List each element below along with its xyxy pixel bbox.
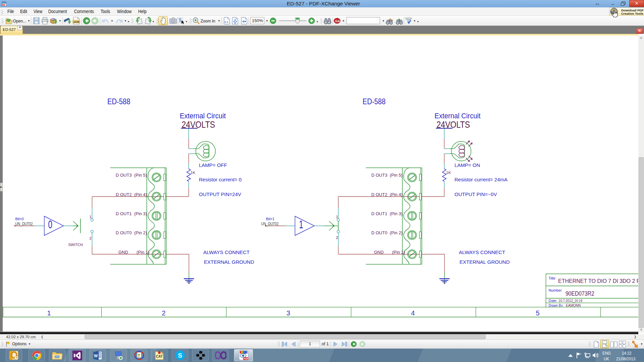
svg-text:90ED073R2: 90ED073R2 bbox=[566, 290, 594, 297]
svg-text:1: 1 bbox=[299, 218, 303, 230]
svg-text:CAT: CAT bbox=[156, 355, 163, 358]
svg-text:ALWAYS CONNECT: ALWAYS CONNECT bbox=[203, 249, 250, 255]
svg-text:T: T bbox=[178, 18, 182, 23]
svg-text:EXTERNAL GROUND: EXTERNAL GROUND bbox=[460, 259, 510, 265]
svg-text:OUTPUT PIN=~0V: OUTPUT PIN=~0V bbox=[454, 191, 497, 197]
svg-text:UN_OUT02: UN_OUT02 bbox=[15, 221, 33, 226]
svg-text:External Circuit: External Circuit bbox=[180, 112, 226, 120]
svg-text:Number: Number bbox=[549, 288, 562, 292]
svg-text:2: 2 bbox=[162, 309, 165, 317]
svg-text:2: 2 bbox=[336, 236, 338, 240]
svg-text:LAMP= OFF: LAMP= OFF bbox=[199, 162, 227, 168]
svg-text:1K: 1K bbox=[446, 171, 451, 175]
svg-text:1: 1 bbox=[336, 215, 338, 219]
svg-text:EAMONN: EAMONN bbox=[566, 303, 581, 307]
svg-text:GND: GND bbox=[374, 250, 384, 255]
svg-text:(Pin 1): (Pin 1) bbox=[392, 250, 405, 255]
svg-text:(Pin 1): (Pin 1) bbox=[137, 250, 149, 255]
svg-text:Bit=0: Bit=0 bbox=[15, 217, 24, 221]
svg-text:ED-588: ED-588 bbox=[107, 97, 130, 106]
svg-text:Ask: Ask bbox=[334, 19, 340, 23]
svg-text:D OUT1 (Pin 3): D OUT1 (Pin 3) bbox=[371, 211, 402, 216]
svg-text:ETHERNET TO DIO 7 DI 3DO 2 POR: ETHERNET TO DIO 7 DI 3DO 2 PORT RS4 bbox=[558, 278, 644, 284]
svg-text:Date:: Date: bbox=[549, 299, 557, 303]
svg-text:D OUT1 (Pin 3): D OUT1 (Pin 3) bbox=[116, 211, 147, 216]
svg-text:GND: GND bbox=[118, 250, 128, 255]
svg-text:1: 1 bbox=[90, 215, 92, 219]
svg-text:D OUT3 (Pin 5): D OUT3 (Pin 5) bbox=[116, 173, 147, 178]
svg-text:2: 2 bbox=[90, 236, 92, 240]
svg-text:OUTPUT PIN=24V: OUTPUT PIN=24V bbox=[199, 191, 241, 197]
svg-text:Title: Title bbox=[549, 276, 555, 280]
svg-text:Drawn By:: Drawn By: bbox=[549, 303, 564, 307]
svg-text:PDF: PDF bbox=[2, 4, 5, 6]
svg-text:EXTERNAL GROUND: EXTERNAL GROUND bbox=[204, 259, 254, 265]
svg-text:D OUT0 (Pin 2): D OUT0 (Pin 2) bbox=[116, 230, 147, 235]
svg-text:Resistor current= 24mA: Resistor current= 24mA bbox=[454, 177, 507, 182]
svg-text:UN_OUT02: UN_OUT02 bbox=[261, 221, 279, 226]
svg-text:?: ? bbox=[138, 353, 140, 358]
svg-text:D OUT0 (Pin 2): D OUT0 (Pin 2) bbox=[371, 230, 402, 235]
svg-text:3: 3 bbox=[286, 309, 290, 317]
svg-text:ALWAYS CONNECT: ALWAYS CONNECT bbox=[459, 249, 505, 255]
svg-text:External Circuit: External Circuit bbox=[435, 112, 481, 120]
svg-text:5: 5 bbox=[536, 309, 539, 317]
svg-text:1K: 1K bbox=[191, 171, 195, 175]
svg-text:0: 0 bbox=[48, 218, 52, 230]
svg-text:W: W bbox=[94, 354, 98, 358]
svg-text:1:1: 1:1 bbox=[224, 20, 228, 23]
svg-text:LAMP= ON: LAMP= ON bbox=[454, 162, 480, 168]
svg-text:1: 1 bbox=[47, 309, 51, 317]
svg-text:PDF: PDF bbox=[244, 358, 249, 360]
svg-text:4: 4 bbox=[411, 309, 415, 317]
svg-text:10-7-2013_16:19: 10-7-2013_16:19 bbox=[558, 299, 582, 303]
svg-text:D OUT2 (Pin 4): D OUT2 (Pin 4) bbox=[371, 192, 402, 197]
svg-text:D OUT3 (Pin 5): D OUT3 (Pin 5) bbox=[371, 173, 402, 178]
svg-text:OCR: OCR bbox=[73, 20, 79, 23]
svg-text:S: S bbox=[178, 352, 182, 359]
svg-text:SWITCH: SWITCH bbox=[68, 243, 83, 247]
svg-text:Bit=1: Bit=1 bbox=[266, 217, 274, 221]
svg-text:Resistor current= 0: Resistor current= 0 bbox=[199, 177, 241, 182]
svg-text:ED-588: ED-588 bbox=[363, 97, 386, 106]
svg-text:D OUT2 (Pin 4): D OUT2 (Pin 4) bbox=[116, 192, 147, 197]
